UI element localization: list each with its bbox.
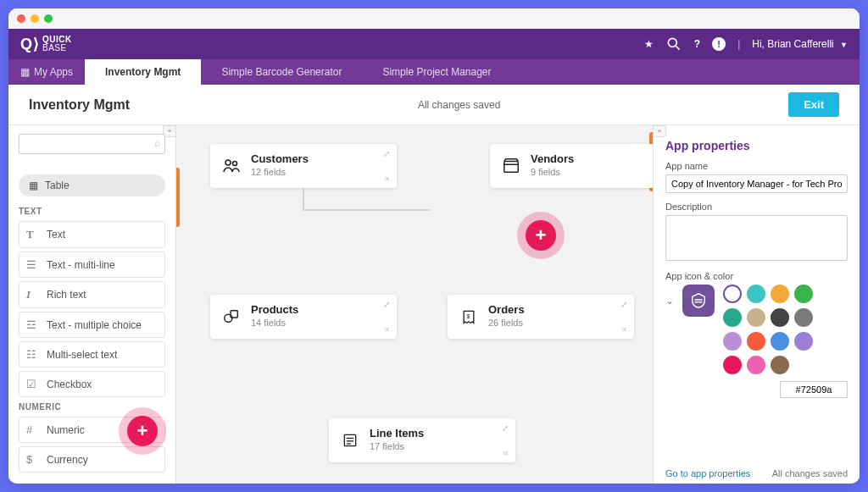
color-swatch[interactable]	[771, 356, 789, 374]
multiline-icon: ☰	[26, 258, 40, 271]
field-rich-text[interactable]: IRich text	[19, 281, 165, 308]
help-icon[interactable]: ?	[694, 38, 700, 50]
expand-icon[interactable]: ⤢	[502, 423, 509, 433]
dollar-icon: $	[26, 453, 40, 466]
apps-grid-icon: ▦	[20, 66, 29, 78]
field-checkbox[interactable]: ☑Checkbox	[19, 371, 165, 397]
section-numeric-header: NUMERIC	[19, 402, 165, 412]
table-node-products[interactable]: ⤢ ∝ Products14 fields	[210, 295, 397, 339]
color-swatch[interactable]	[794, 308, 813, 327]
user-greeting[interactable]: Hi, Brian Cafferelli ▼	[752, 38, 848, 50]
svg-point-5	[233, 162, 237, 166]
mac-max-dot[interactable]	[44, 14, 53, 23]
products-icon	[220, 303, 242, 330]
chevron-down-icon: ▼	[840, 41, 848, 49]
hash-icon: #	[26, 423, 40, 436]
my-apps-button[interactable]: ▦ My Apps	[8, 59, 85, 85]
app-icon-preview[interactable]	[682, 285, 715, 317]
properties-panel: » App properties App name Description Ap…	[653, 125, 860, 484]
brand-text-bottom: BASE	[42, 44, 72, 53]
richtext-icon: I	[26, 288, 40, 301]
color-swatch[interactable]	[723, 285, 742, 303]
collapse-right-icon[interactable]: »	[653, 125, 666, 137]
field-palette-panel: « ⌕ ▦ Table TEXT TText ☰Text - multi-lin…	[8, 125, 176, 484]
chevron-down-icon[interactable]: ⌄	[665, 295, 674, 307]
relation-icon[interactable]: ∝	[621, 324, 627, 334]
line-items-icon	[339, 427, 361, 454]
brand-mark-icon: Q⟩	[20, 36, 39, 52]
table-node-orders[interactable]: ⤢ ∝ $ Orders26 fields	[448, 295, 634, 339]
table-node-customers[interactable]: ⤢ ∝ Customers12 fields	[210, 144, 397, 188]
svg-rect-6	[504, 162, 519, 173]
color-swatch[interactable]	[794, 285, 813, 303]
color-swatch[interactable]	[771, 308, 789, 327]
app-name-label: App name	[665, 161, 848, 171]
field-text-multiline[interactable]: ☰Text - multi-line	[19, 252, 165, 278]
app-tabs-bar: ▦ My Apps Inventory Mgmt Simple Barcode …	[8, 59, 860, 85]
tab-project-manager[interactable]: Simple Project Manager	[362, 59, 511, 85]
schema-canvas[interactable]: ⤢ ∝ Customers12 fields ⤢ ∝ Vendors9 fiel…	[176, 125, 653, 484]
expand-icon[interactable]: ⤢	[620, 300, 627, 309]
text-icon: T	[26, 228, 40, 241]
icon-color-label: App icon & color	[665, 271, 848, 281]
search-icon: ⌕	[154, 137, 160, 149]
expand-icon[interactable]: ⤢	[383, 149, 390, 158]
svg-line-1	[676, 47, 679, 50]
panel-save-status: All changes saved	[772, 468, 848, 478]
color-swatch[interactable]	[723, 308, 742, 327]
color-swatch[interactable]	[723, 356, 742, 374]
field-multi-select[interactable]: ☷Multi-select text	[19, 341, 165, 368]
customers-icon	[220, 152, 242, 180]
properties-title: App properties	[665, 139, 848, 152]
save-status: All changes saved	[130, 99, 788, 111]
relation-icon[interactable]: ∝	[503, 448, 509, 457]
go-to-properties-link[interactable]: Go to app properties	[665, 468, 750, 478]
table-node-vendors[interactable]: ⤢ ∝ Vendors9 fields	[490, 144, 653, 188]
color-swatch[interactable]	[794, 332, 813, 351]
svg-point-4	[225, 160, 231, 165]
page-title: Inventory Mgmt	[29, 97, 130, 113]
choice-icon: ☲	[26, 318, 40, 331]
field-text-choice[interactable]: ☲Text - multiple choice	[19, 312, 165, 338]
orders-icon: $	[458, 303, 480, 330]
color-swatch[interactable]	[747, 356, 765, 374]
expand-icon[interactable]: ⤢	[383, 300, 390, 309]
color-swatch[interactable]	[747, 332, 765, 351]
svg-point-0	[668, 38, 676, 47]
mac-close-dot[interactable]	[17, 14, 25, 23]
app-name-input[interactable]	[665, 174, 848, 193]
hex-color-input[interactable]	[780, 381, 848, 398]
field-text[interactable]: TText	[19, 221, 165, 248]
table-icon: ▦	[29, 180, 38, 191]
table-node-line-items[interactable]: ⤢ ∝ Line Items17 fields	[329, 418, 515, 462]
svg-text:$: $	[467, 313, 470, 319]
relation-icon[interactable]: ∝	[384, 324, 390, 334]
color-swatches	[723, 285, 825, 374]
description-label: Description	[665, 202, 848, 212]
add-field-fab[interactable]: +	[127, 416, 158, 446]
tab-inventory-mgmt[interactable]: Inventory Mgmt	[85, 59, 201, 85]
table-type-pill[interactable]: ▦ Table	[19, 174, 165, 196]
description-input[interactable]	[665, 215, 848, 261]
mac-min-dot[interactable]	[31, 14, 39, 23]
favorites-icon[interactable]: ★	[644, 38, 654, 50]
mac-titlebar	[8, 8, 860, 29]
color-swatch[interactable]	[771, 285, 789, 303]
color-swatch[interactable]	[747, 285, 765, 303]
alerts-icon[interactable]: !	[712, 37, 726, 51]
field-currency[interactable]: $Currency	[19, 446, 165, 473]
tab-barcode-generator[interactable]: Simple Barcode Generator	[201, 59, 362, 85]
color-swatch[interactable]	[747, 308, 765, 327]
exit-button[interactable]: Exit	[788, 92, 839, 117]
multiselect-icon: ☷	[26, 348, 40, 361]
add-table-fab[interactable]: +	[526, 220, 556, 251]
checkbox-icon: ☑	[26, 378, 40, 390]
builder-toolbar: Inventory Mgmt All changes saved Exit	[8, 85, 860, 125]
brand-logo[interactable]: Q⟩ QUICK BASE	[20, 36, 72, 53]
field-search-input[interactable]	[19, 134, 165, 154]
color-swatch[interactable]	[771, 332, 789, 351]
section-text-header: TEXT	[19, 207, 165, 216]
search-icon[interactable]	[665, 36, 682, 53]
relation-icon[interactable]: ∝	[384, 174, 390, 183]
color-swatch[interactable]	[723, 332, 742, 351]
